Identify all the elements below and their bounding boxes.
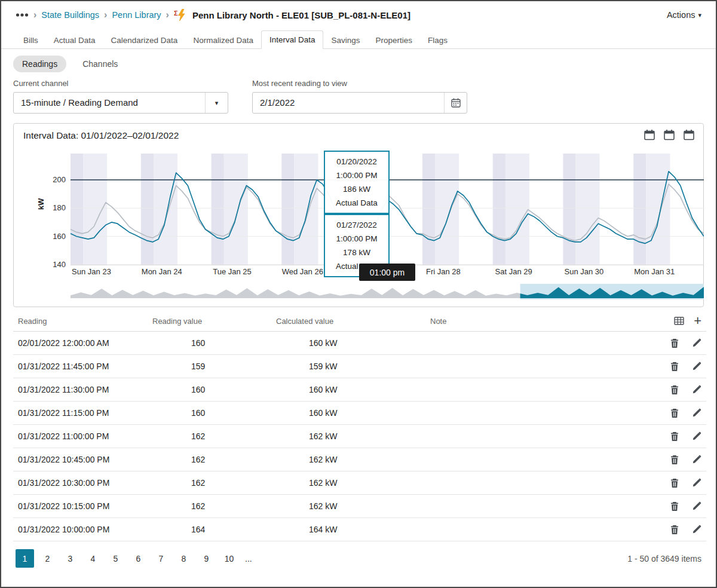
page-title: Penn Library North - ELE01 [SUB_PL-081-N… — [192, 10, 410, 20]
x-tick-label: Mon Jan 24 — [142, 267, 182, 276]
tab-calendarized-data[interactable]: Calendarized Data — [103, 32, 186, 49]
edit-row-button[interactable] — [692, 455, 701, 464]
channel-select-value: 15-minute / Reading Demand — [14, 93, 205, 113]
calendar-range-icon-2[interactable] — [663, 129, 675, 140]
reading-cell: 01/31/2022 11:30:00 PM — [13, 378, 148, 402]
tab-properties[interactable]: Properties — [368, 32, 421, 49]
chart-range-scrubber[interactable] — [71, 284, 704, 299]
reading-value-cell: 162 — [148, 425, 271, 448]
note-cell — [425, 518, 652, 541]
calculated-value-cell: 160 kW — [271, 378, 425, 402]
breadcrumb-link-penn-library[interactable]: Penn Library — [112, 10, 161, 20]
calendar-range-icon-3[interactable] — [683, 129, 695, 140]
tab-flags[interactable]: Flags — [420, 32, 455, 49]
x-tick-label: Tue Jan 25 — [213, 267, 252, 276]
reading-value-cell: 164 — [148, 518, 271, 541]
delete-row-button[interactable] — [670, 455, 679, 465]
page-button-9[interactable]: 9 — [197, 549, 216, 568]
x-tick-label: Sun Jan 23 — [72, 267, 111, 276]
delete-row-button[interactable] — [670, 431, 679, 442]
calendar-picker-button[interactable] — [444, 93, 467, 113]
note-cell — [425, 402, 652, 425]
edit-row-button[interactable] — [692, 385, 701, 394]
tab-savings[interactable]: Savings — [323, 32, 367, 49]
page-button-4[interactable]: 4 — [84, 549, 102, 568]
edit-row-button[interactable] — [692, 478, 701, 488]
tab-bills[interactable]: Bills — [16, 32, 46, 49]
note-cell — [425, 332, 652, 355]
calculated-value-cell: 164 kW — [271, 518, 425, 541]
page-button-5[interactable]: 5 — [106, 549, 125, 568]
reading-cell: 01/31/2022 10:30:00 PM — [13, 471, 148, 495]
reading-cell: 01/31/2022 10:00:00 PM — [13, 518, 148, 541]
page-button-3[interactable]: 3 — [61, 549, 79, 568]
x-tick-label: Wed Jan 26 — [282, 267, 323, 276]
subtab-readings[interactable]: Readings — [13, 56, 66, 72]
reading-cell: 02/01/2022 12:00:00 AM — [13, 332, 148, 355]
delete-row-button[interactable] — [670, 525, 679, 535]
calculated-value-cell: 162 kW — [271, 471, 425, 495]
delete-row-button[interactable] — [670, 501, 679, 512]
tooltip-value: 186 kW — [326, 182, 387, 196]
subtab-bar: ReadingsChannels — [1, 49, 716, 76]
page-button-8[interactable]: 8 — [174, 549, 193, 568]
x-tick-label: Sat Jan 29 — [495, 267, 532, 276]
chevron-down-icon: ▾ — [698, 11, 701, 19]
delete-row-button[interactable] — [670, 408, 679, 418]
filter-row: Current channel 15-minute / Reading Dema… — [1, 76, 716, 122]
y-tick-label: 180 — [41, 203, 66, 212]
page-button-6[interactable]: 6 — [129, 549, 148, 568]
edit-row-button[interactable] — [692, 525, 701, 534]
delete-row-button[interactable] — [670, 478, 679, 488]
note-cell — [425, 448, 652, 471]
tooltip-date: 01/27/2022 — [326, 218, 387, 232]
tab-interval-data[interactable]: Interval Data — [261, 30, 324, 49]
col-header-reading-value: Reading value — [148, 311, 271, 332]
tooltip-time: 1:00:00 PM — [326, 232, 387, 246]
edit-row-button[interactable] — [692, 408, 701, 418]
add-reading-button[interactable]: + — [694, 317, 701, 325]
export-table-icon[interactable] — [674, 316, 684, 326]
reading-cell: 01/31/2022 11:00:00 PM — [13, 425, 148, 448]
delete-row-button[interactable] — [670, 385, 679, 395]
page-button-2[interactable]: 2 — [38, 549, 57, 568]
reading-cell: 01/31/2022 11:15:00 PM — [13, 402, 148, 425]
chart-tooltip-1: 01/20/2022 1:00:00 PM 186 kW Actual Data — [324, 151, 390, 214]
date-input-value[interactable]: 2/1/2022 — [253, 93, 444, 113]
channel-field-label: Current channel — [13, 79, 228, 88]
reading-value-cell: 160 — [148, 402, 271, 425]
page-button-1[interactable]: 1 — [16, 549, 34, 568]
calculated-value-cell: 160 kW — [271, 402, 425, 425]
x-tick-label: Mon Jan 31 — [634, 267, 675, 276]
breadcrumb-link-state-buildings[interactable]: State Buildings — [41, 10, 99, 20]
table-row: 01/31/2022 11:30:00 PM160160 kW — [13, 378, 706, 402]
edit-row-button[interactable] — [692, 362, 701, 371]
delete-row-button[interactable] — [670, 362, 679, 372]
edit-row-button[interactable] — [692, 338, 701, 348]
reading-value-cell: 162 — [148, 495, 271, 518]
delete-row-button[interactable] — [670, 338, 679, 348]
note-cell — [425, 355, 652, 378]
channel-select-caret-button[interactable]: ▾ — [205, 93, 228, 113]
channel-select[interactable]: 15-minute / Reading Demand ▾ — [13, 92, 228, 114]
page-button-7[interactable]: 7 — [152, 549, 170, 568]
subtab-channels[interactable]: Channels — [73, 56, 127, 72]
calendar-range-icon-1[interactable] — [644, 129, 655, 140]
pagination-ellipsis[interactable]: ... — [243, 554, 255, 564]
page-button-10[interactable]: 10 — [220, 549, 238, 568]
date-input[interactable]: 2/1/2022 — [252, 92, 467, 114]
edit-row-button[interactable] — [692, 501, 701, 511]
x-tick-label: Fri Jan 28 — [426, 267, 461, 276]
tab-normalized-data[interactable]: Normalized Data — [185, 32, 261, 49]
table-row: 01/31/2022 10:00:00 PM164164 kW — [13, 518, 706, 541]
tooltip-value: 178 kW — [326, 246, 387, 259]
reading-value-cell: 159 — [148, 355, 271, 378]
edit-row-button[interactable] — [692, 431, 701, 441]
chevron-right-icon: › — [166, 10, 170, 20]
pagination-summary: 1 - 50 of 3649 items — [627, 554, 701, 564]
tab-actual-data[interactable]: Actual Data — [46, 32, 103, 49]
actions-button[interactable]: Actions ▾ — [667, 10, 701, 20]
reading-cell: 01/31/2022 11:45:00 PM — [13, 355, 148, 378]
svg-text:Σ: Σ — [174, 10, 178, 17]
overflow-menu-icon[interactable] — [16, 13, 29, 17]
